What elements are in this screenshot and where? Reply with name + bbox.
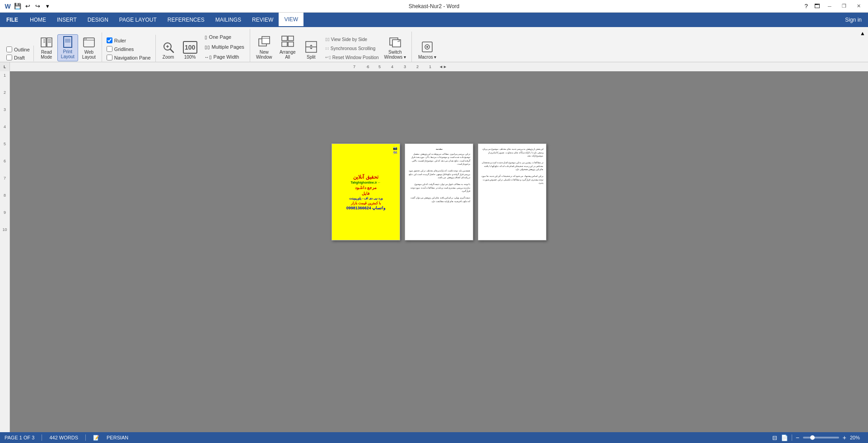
print-layout-icon <box>61 36 75 48</box>
draft-check[interactable] <box>6 55 12 60</box>
menu-view[interactable]: VIEW <box>279 13 303 27</box>
macros-label: Macros ▾ <box>418 55 437 60</box>
reset-window-position-icon: ↩▯ <box>325 55 331 60</box>
ruler-mark-5: 5 <box>378 65 381 69</box>
horizontal-ruler: 7 ·6 5 4 3 2 1 ◄► <box>10 62 868 71</box>
switch-windows-icon <box>388 35 402 49</box>
status-right-controls: ⊟ 📄 − + 20% <box>772 434 863 441</box>
ruler-mark-7: 7 <box>353 65 355 69</box>
read-mode-icon <box>39 36 54 49</box>
undo-icon[interactable]: ↩ <box>23 2 32 10</box>
one-page-button[interactable]: ▯ One Page <box>202 32 247 42</box>
proofing-icon[interactable]: 📝 <box>93 435 99 441</box>
menu-home[interactable]: HOME <box>24 13 51 27</box>
sign-in-link[interactable]: Sign in <box>839 13 868 27</box>
svg-point-14 <box>84 39 85 40</box>
status-divider-1 <box>42 434 42 441</box>
save-icon[interactable]: 💾 <box>14 2 22 10</box>
arrange-all-button[interactable]: ArrangeAll <box>276 34 299 61</box>
page1-content: 📷 🏁 تحقیق آنلاین Tahghighonline.ir ← مرج… <box>332 144 400 240</box>
page1-url: Tahghighonline.ir ← <box>350 181 381 184</box>
menu-references[interactable]: REFERENCES <box>162 13 210 27</box>
zoom-level[interactable]: 20% <box>850 435 863 440</box>
document-area[interactable]: 📷 🏁 تحقیق آنلاین Tahghighonline.ir ← مرج… <box>10 71 868 432</box>
word-icon: W <box>4 2 12 10</box>
multiple-pages-button[interactable]: ▯▯ Multiple Pages <box>202 42 247 51</box>
ruler-mark-3: 3 <box>404 65 406 69</box>
ruler-corner: L <box>0 62 10 71</box>
macros-button[interactable]: Macros ▾ <box>415 34 440 61</box>
zoom-100-label: 100% <box>184 55 196 60</box>
ruler-center-marker: ◄► <box>439 65 447 69</box>
menu-mailings[interactable]: MAILINGS <box>210 13 247 27</box>
menu-design[interactable]: DESIGN <box>82 13 114 27</box>
page2-content: مقدمه در این بررسی پیرامون مطالب مربوطه … <box>405 144 473 240</box>
navigation-pane-check[interactable] <box>107 55 112 60</box>
page1-line2: فایل <box>349 191 382 197</box>
split-button[interactable]: Split <box>300 34 322 61</box>
language: PERSIAN <box>107 435 128 440</box>
split-icon <box>304 40 318 54</box>
zoom-100-button[interactable]: 100 100% <box>179 34 201 61</box>
read-mode-button[interactable]: ReadMode <box>37 34 56 61</box>
redo-icon[interactable]: ↪ <box>33 2 42 10</box>
macros-icon <box>420 40 434 54</box>
customize-quick-access-icon[interactable]: ▾ <box>43 2 51 10</box>
page-1: 📷 🏁 تحقیق آنلاین Tahghighonline.ir ← مرج… <box>331 143 400 240</box>
flag-icon: 🏁 <box>393 151 397 155</box>
view-side-by-side-label: View Side by Side <box>331 37 367 42</box>
ruler-mark-1: 1 <box>429 65 431 69</box>
zoom-slider[interactable] <box>803 437 839 438</box>
web-layout-button[interactable]: WebLayout <box>79 34 99 61</box>
title-bar: W 💾 ↩ ↪ ▾ Shekast-Nur2 - Word ? 🗔 ─ ❐ ✕ <box>0 0 868 13</box>
page2-text: مقدمه در این بررسی پیرامون مطالب مربوطه … <box>408 148 470 203</box>
svg-rect-23 <box>282 36 287 41</box>
menu-review[interactable]: REVIEW <box>247 13 279 27</box>
collapse-ribbon-button[interactable]: ▲ <box>859 30 866 37</box>
new-window-label: NewWindow <box>256 50 272 60</box>
navigation-pane-checkbox[interactable]: Navigation Pane <box>105 54 153 61</box>
page-3: این بخش از پژوهش به بررسی جنبه های مختلف… <box>478 143 546 240</box>
zoom-out-button[interactable]: − <box>796 434 799 441</box>
main-area: 1 2 3 4 5 6 7 8 9 10 📷 🏁 تحقیق آنلاین Ta… <box>0 71 868 432</box>
outline-check[interactable] <box>6 46 12 52</box>
draft-checkbox[interactable]: Draft <box>5 54 27 61</box>
help-icon[interactable]: ? <box>802 2 810 10</box>
ruler-area: L 7 ·6 5 4 3 2 1 ◄► <box>0 62 868 71</box>
zoom-in-button[interactable]: + <box>843 434 846 441</box>
close-button[interactable]: ✕ <box>853 2 864 11</box>
zoom-thumb[interactable] <box>810 435 815 440</box>
zoom-button[interactable]: Zoom <box>159 34 178 61</box>
menu-insert[interactable]: INSERT <box>51 13 82 27</box>
gridlines-checkbox[interactable]: Gridlines <box>105 45 153 53</box>
svg-marker-30 <box>310 48 313 49</box>
zoom-icon <box>162 41 175 54</box>
new-window-button[interactable]: NewWindow <box>253 34 275 61</box>
word-count: 442 WORDS <box>49 435 78 440</box>
split-label: Split <box>307 55 315 60</box>
reset-window-position-button[interactable]: ↩▯ Reset Window Position <box>323 53 381 61</box>
normal-layout-icon[interactable]: ⊟ <box>772 434 777 441</box>
ruler-check[interactable] <box>107 37 112 43</box>
minimize-button[interactable]: ─ <box>824 2 835 11</box>
view-side-by-side-icon: ▯▯ <box>325 37 330 42</box>
outline-checkbox[interactable]: Outline <box>5 46 32 53</box>
arrange-all-icon <box>281 35 294 49</box>
print-layout-status-icon[interactable]: 📄 <box>781 434 788 441</box>
page1-line1: مرجع دانلـود <box>349 185 382 191</box>
menu-file[interactable]: FILE <box>0 13 24 27</box>
switch-windows-button[interactable]: SwitchWindows ▾ <box>382 34 409 61</box>
svg-rect-21 <box>262 37 270 44</box>
web-layout-icon <box>82 36 96 49</box>
page-width-button[interactable]: ↔▯ Page Width <box>202 52 247 61</box>
ruler-checkbox[interactable]: Ruler <box>105 37 153 44</box>
print-layout-button[interactable]: PrintLayout <box>57 34 78 61</box>
synchronous-scrolling-button[interactable]: ↕↕ Synchronous Scrolling <box>323 44 381 52</box>
menu-page-layout[interactable]: PAGE LAYOUT <box>114 13 162 27</box>
gridlines-check[interactable] <box>107 46 112 52</box>
switch-windows-label: SwitchWindows ▾ <box>384 50 406 60</box>
ribbon-display-icon[interactable]: 🗔 <box>813 2 821 10</box>
view-side-by-side-button[interactable]: ▯▯ View Side by Side <box>323 35 381 43</box>
page-2: مقدمه در این بررسی پیرامون مطالب مربوطه … <box>405 143 473 240</box>
restore-button[interactable]: ❐ <box>838 2 850 11</box>
